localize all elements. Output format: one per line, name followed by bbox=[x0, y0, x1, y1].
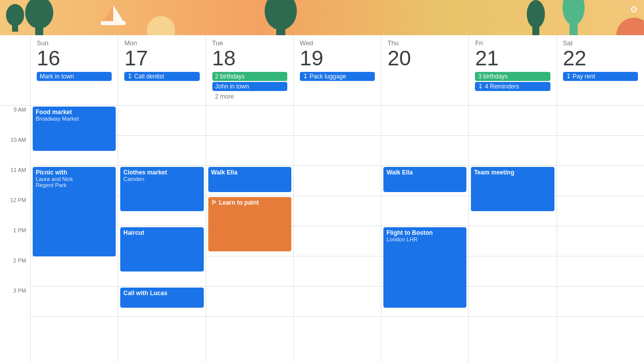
event-call-lucas[interactable]: Call with Lucas bbox=[120, 288, 203, 308]
event-learn-paint[interactable]: 🏳 Learn to paint bbox=[208, 197, 291, 251]
svg-point-11 bbox=[527, 0, 545, 28]
time-gutter bbox=[0, 35, 30, 105]
day-col-sat: Sat 22 Pay rent bbox=[556, 35, 644, 105]
day-num-thu: 20 bbox=[387, 47, 462, 70]
event-haircut-title: Haircut bbox=[123, 229, 200, 236]
days-grid: Food market Broadway Market Picnic with … bbox=[30, 106, 644, 362]
event-learn-paint-title: 🏳 Learn to paint bbox=[211, 199, 288, 206]
day-col-time-thu: Walk Ella Flight to Boston London LHR bbox=[381, 106, 468, 362]
event-flight-sub: London LHR bbox=[386, 236, 463, 242]
day-name-sun: Sun bbox=[37, 39, 112, 47]
allday-event-luggage[interactable]: Pack luggage bbox=[300, 72, 375, 81]
day-col-time-sun: Food market Broadway Market Picnic with … bbox=[30, 106, 118, 362]
svg-rect-14 bbox=[570, 23, 578, 35]
day-num-mon: 17 bbox=[124, 47, 199, 70]
day-name-fri: Fri bbox=[475, 39, 550, 47]
event-picnic[interactable]: Picnic with Laura and Nick Regent Park bbox=[33, 167, 116, 256]
day-col-sun: Sun 16 Mark in town bbox=[30, 35, 118, 105]
day-name-sat: Sat bbox=[563, 39, 638, 47]
event-picnic-sub2: Laura and Nick bbox=[36, 176, 113, 182]
event-walk-ella-tue-title: Walk Ella bbox=[211, 169, 288, 176]
day-name-tue: Tue bbox=[212, 39, 287, 47]
day-num-sat: 22 bbox=[563, 47, 638, 70]
svg-rect-3 bbox=[35, 25, 43, 35]
day-col-time-wed bbox=[293, 106, 381, 362]
day-col-time-fri: Team meeting bbox=[468, 106, 556, 362]
time-grid: 9 AM 10 AM 11 AM 12 PM 1 PM 2 PM 3 PM Fo… bbox=[0, 106, 644, 362]
day-num-sun: 16 bbox=[37, 47, 112, 70]
svg-point-4 bbox=[6, 4, 24, 26]
allday-event[interactable]: Call dentist bbox=[124, 72, 199, 81]
header-illustration: ⚙ bbox=[0, 0, 644, 35]
day-name-wed: Wed bbox=[300, 39, 375, 47]
time-label-11am: 11 AM bbox=[0, 166, 30, 196]
calendar: Sun 16 Mark in town Mon 17 Call dentist … bbox=[0, 35, 644, 362]
settings-icon[interactable]: ⚙ bbox=[630, 4, 638, 15]
event-walk-ella-thu-title: Walk Ella bbox=[386, 169, 463, 176]
event-flight-title: Flight to Boston bbox=[386, 229, 463, 236]
allday-mon: Call dentist bbox=[124, 72, 199, 100]
day-col-fri: Fri 21 3 birthdays 4 Reminders bbox=[468, 35, 556, 105]
day-col-time-tue: Walk Ella 🏳 Learn to paint bbox=[206, 106, 293, 362]
time-label-9am: 9 AM bbox=[0, 106, 30, 136]
day-col-tue: Tue 18 2 birthdays John in town 2 more bbox=[206, 35, 293, 105]
allday-event-john[interactable]: John in town bbox=[212, 82, 287, 91]
allday-event-birthdays[interactable]: 2 birthdays bbox=[212, 72, 287, 81]
event-picnic-sub: Regent Park bbox=[36, 182, 113, 188]
event-clothes-sub: Camden bbox=[123, 176, 200, 182]
allday-fri: 3 birthdays 4 Reminders bbox=[475, 72, 550, 100]
event-clothes-market[interactable]: Clothes market Camden bbox=[120, 167, 203, 211]
allday-sun: Mark in town bbox=[37, 72, 112, 100]
day-col-mon: Mon 17 Call dentist bbox=[118, 35, 205, 105]
event-clothes-title: Clothes market bbox=[123, 169, 200, 176]
day-num-wed: 19 bbox=[300, 47, 375, 70]
event-haircut[interactable]: Haircut bbox=[120, 227, 203, 272]
allday-event-payrent[interactable]: Pay rent bbox=[563, 72, 638, 81]
time-label-2pm: 2 PM bbox=[0, 256, 30, 287]
allday-sat: Pay rent bbox=[563, 72, 638, 100]
svg-rect-0 bbox=[0, 0, 644, 35]
event-flight-boston[interactable]: Flight to Boston London LHR bbox=[383, 227, 466, 308]
allday-tue: 2 birthdays John in town 2 more bbox=[212, 72, 287, 101]
time-label-12pm: 12 PM bbox=[0, 196, 30, 226]
event-food-market[interactable]: Food market Broadway Market bbox=[33, 107, 116, 151]
day-headers: Sun 16 Mark in town Mon 17 Call dentist … bbox=[0, 35, 644, 106]
day-col-thu: Thu 20 bbox=[381, 35, 468, 105]
time-label-3pm: 3 PM bbox=[0, 287, 30, 317]
allday-event[interactable]: Mark in town bbox=[37, 72, 112, 81]
svg-rect-12 bbox=[532, 25, 539, 35]
day-num-fri: 21 bbox=[475, 47, 550, 70]
svg-rect-10 bbox=[276, 26, 285, 35]
time-label-10am: 10 AM bbox=[0, 136, 30, 166]
allday-wed: Pack luggage bbox=[300, 72, 375, 100]
event-walk-ella-tue[interactable]: Walk Ella bbox=[208, 167, 291, 192]
day-col-wed: Wed 19 Pack luggage bbox=[293, 35, 381, 105]
day-col-time-sat bbox=[556, 106, 644, 362]
event-team-meeting[interactable]: Team meeting bbox=[471, 167, 554, 211]
event-picnic-title: Picnic with bbox=[36, 169, 113, 176]
time-label-1pm: 1 PM bbox=[0, 226, 30, 256]
event-team-meeting-title: Team meeting bbox=[474, 169, 551, 176]
day-name-mon: Mon bbox=[124, 39, 199, 47]
day-num-tue: 18 bbox=[212, 47, 287, 70]
day-name-thu: Thu bbox=[387, 39, 462, 47]
event-walk-ella-thu[interactable]: Walk Ella bbox=[383, 167, 466, 192]
allday-event-3birthdays[interactable]: 3 birthdays bbox=[475, 72, 550, 81]
event-call-lucas-title: Call with Lucas bbox=[123, 290, 200, 297]
time-labels: 9 AM 10 AM 11 AM 12 PM 1 PM 2 PM 3 PM bbox=[0, 106, 30, 362]
day-col-time-mon: Clothes market Camden Haircut Call with … bbox=[118, 106, 205, 362]
allday-thu bbox=[387, 72, 462, 100]
more-link-tue[interactable]: 2 more bbox=[212, 92, 287, 101]
event-food-market-sub: Broadway Market bbox=[36, 116, 113, 122]
svg-rect-6 bbox=[101, 21, 126, 25]
svg-rect-5 bbox=[12, 24, 18, 32]
event-food-market-title: Food market bbox=[36, 109, 113, 116]
allday-event-reminders[interactable]: 4 Reminders bbox=[475, 82, 550, 91]
